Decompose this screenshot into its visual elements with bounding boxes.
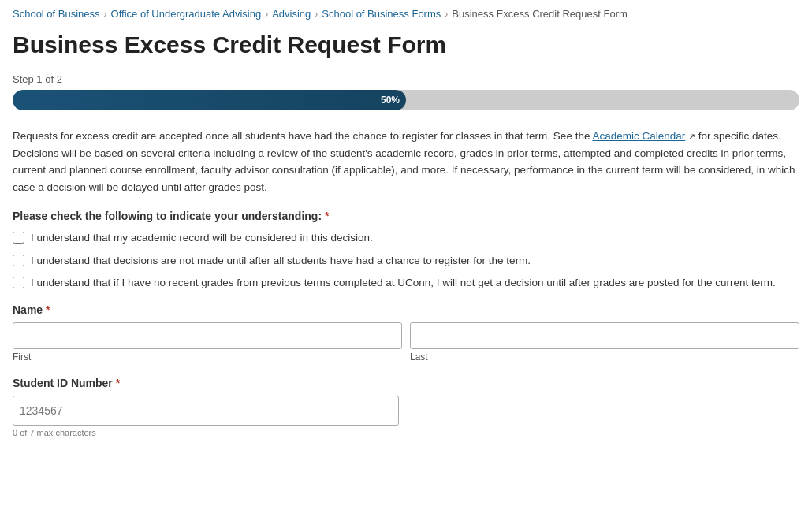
checkbox-2[interactable]: [13, 255, 24, 266]
checkbox-3[interactable]: [13, 277, 24, 288]
name-required-marker: *: [46, 303, 50, 316]
breadcrumb-current: Business Excess Credit Request Form: [452, 8, 628, 20]
breadcrumb-link-advising[interactable]: Advising: [272, 8, 311, 20]
checkbox-2-label[interactable]: I understand that decisions are not made…: [31, 253, 531, 269]
breadcrumb-link-school-forms[interactable]: School of Business Forms: [322, 8, 441, 20]
breadcrumb: School of Business › Office of Undergrad…: [13, 8, 799, 20]
checkbox-heading: Please check the following to indicate y…: [13, 210, 799, 222]
last-name-sub-label: Last: [410, 351, 799, 363]
checkbox-1-label[interactable]: I understand that my academic record wil…: [31, 230, 373, 246]
student-id-required-marker: *: [116, 377, 120, 389]
breadcrumb-separator: ›: [104, 9, 107, 20]
first-name-sub-label: First: [13, 351, 402, 363]
academic-calendar-link[interactable]: Academic Calendar: [592, 130, 685, 142]
external-link-icon: ↗: [688, 132, 695, 141]
student-id-label: Student ID Number *: [13, 377, 799, 389]
first-name-col: First: [13, 322, 402, 363]
description-text-before: Requests for excess credit are accepted …: [13, 130, 592, 142]
breadcrumb-separator: ›: [445, 9, 448, 20]
checkbox-item-3: I understand that if I have no recent gr…: [13, 275, 799, 291]
breadcrumb-separator: ›: [265, 9, 268, 20]
step-label: Step 1 of 2: [13, 73, 799, 85]
checkbox-item-1: I understand that my academic record wil…: [13, 230, 799, 246]
progress-bar-label: 50%: [381, 95, 400, 106]
last-name-input[interactable]: [410, 322, 799, 349]
name-field-label: Name *: [13, 303, 799, 316]
breadcrumb-separator: ›: [315, 9, 318, 20]
name-field-section: Name * First Last: [13, 303, 799, 363]
progress-bar: 50%: [13, 90, 799, 110]
checkbox-1[interactable]: [13, 232, 24, 244]
progress-bar-fill: 50%: [13, 90, 406, 110]
first-name-input[interactable]: [13, 322, 402, 349]
checkbox-item-2: I understand that decisions are not made…: [13, 253, 799, 269]
breadcrumb-link-school-of-business[interactable]: School of Business: [13, 8, 100, 20]
page-title: Business Excess Credit Request Form: [13, 31, 799, 59]
breadcrumb-link-undergraduate-advising[interactable]: Office of Undergraduate Advising: [111, 8, 262, 20]
description-text: Requests for excess credit are accepted …: [13, 128, 799, 195]
checkbox-3-label[interactable]: I understand that if I have no recent gr…: [31, 275, 776, 291]
student-id-section: Student ID Number * 0 of 7 max character…: [13, 377, 799, 437]
name-row: First Last: [13, 322, 799, 363]
student-id-input[interactable]: [13, 396, 399, 426]
char-count-label: 0 of 7 max characters: [13, 428, 799, 437]
required-marker: *: [325, 210, 329, 222]
last-name-col: Last: [410, 322, 799, 363]
checkbox-group: Please check the following to indicate y…: [13, 210, 799, 291]
